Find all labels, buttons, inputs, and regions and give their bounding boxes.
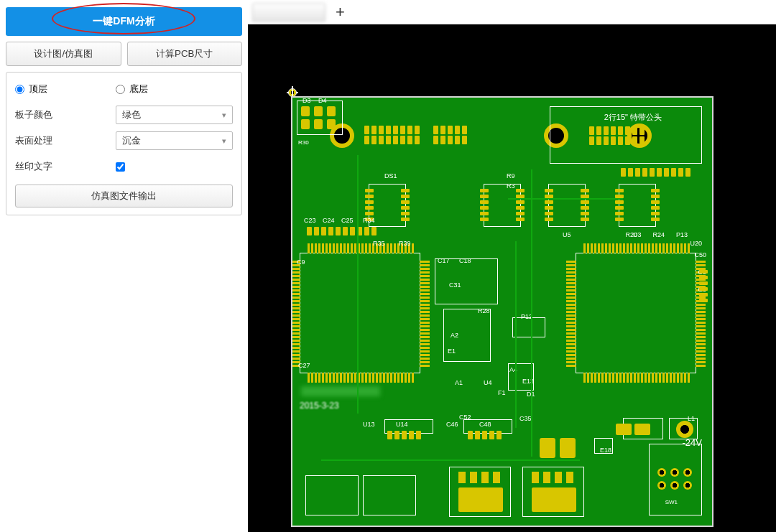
dfm-analyze-button[interactable]: 一键DFM分析 bbox=[6, 7, 242, 36]
through-hole bbox=[657, 481, 666, 490]
pad bbox=[616, 424, 632, 435]
pad-array bbox=[583, 243, 690, 253]
pad bbox=[327, 106, 336, 116]
silk-r34: R34 bbox=[363, 217, 375, 224]
silk-c24: C24 bbox=[323, 217, 335, 224]
pad-array bbox=[651, 189, 660, 221]
silk-ds1: DS1 bbox=[384, 172, 397, 179]
pad-array bbox=[433, 136, 467, 144]
surface-finish-row: 表面处理 沉金 bbox=[15, 131, 233, 150]
connector-silk-label: 2行15" 特带公头 bbox=[604, 112, 662, 123]
silk-u13: U13 bbox=[363, 421, 375, 428]
pad bbox=[301, 119, 310, 129]
layer-top-radio[interactable]: 顶层 bbox=[15, 83, 116, 95]
silk-r35: R35 bbox=[373, 240, 385, 247]
pcb-canvas[interactable]: 2行15" 特带公头 bbox=[248, 24, 776, 532]
silkscreen-label: 丝印文字 bbox=[15, 160, 116, 173]
pad bbox=[301, 106, 310, 116]
silk-outline bbox=[512, 317, 545, 337]
design-sim-toggle-button[interactable]: 设计图/仿真图 bbox=[6, 42, 121, 66]
board-color-value: 绿色 bbox=[122, 108, 141, 121]
silk-outline bbox=[594, 438, 613, 454]
pad-array bbox=[615, 189, 624, 221]
silk-outline bbox=[363, 475, 416, 515]
pad-array bbox=[468, 431, 502, 439]
silk-c25: C25 bbox=[341, 217, 354, 224]
export-sim-button[interactable]: 仿真图文件输出 bbox=[15, 185, 233, 207]
pad-array bbox=[480, 189, 489, 221]
calc-pcb-size-button[interactable]: 计算PCB尺寸 bbox=[127, 42, 243, 66]
dpak bbox=[449, 467, 511, 517]
silk-c50: C50 bbox=[694, 251, 706, 258]
document-tab[interactable] bbox=[252, 3, 325, 22]
layer-top-label: 顶层 bbox=[29, 83, 47, 95]
layer-radio-row: 顶层 底层 bbox=[15, 80, 233, 98]
silk-voltage: -24V bbox=[683, 437, 702, 448]
trace bbox=[357, 155, 359, 414]
pad-array bbox=[589, 136, 645, 145]
surface-finish-label: 表面处理 bbox=[15, 134, 116, 147]
layer-bottom-input[interactable] bbox=[116, 85, 125, 94]
silk-a1: A1 bbox=[455, 379, 463, 386]
board-color-select[interactable]: 绿色 bbox=[116, 106, 233, 124]
ic-so8 bbox=[484, 184, 521, 227]
layer-bottom-label: 底层 bbox=[129, 83, 148, 95]
pad-array bbox=[433, 126, 467, 134]
ecap bbox=[560, 438, 576, 458]
ecap bbox=[540, 438, 555, 458]
dfm-analyze-label: 一键DFM分析 bbox=[93, 15, 154, 27]
board-color-row: 板子颜色 绿色 bbox=[15, 106, 233, 124]
pad-array bbox=[308, 243, 414, 253]
pad-array bbox=[583, 373, 690, 383]
through-hole bbox=[657, 468, 666, 477]
pad-array bbox=[291, 261, 300, 367]
ic-so8 bbox=[548, 184, 586, 227]
obscured-silk bbox=[301, 386, 380, 396]
trace bbox=[531, 169, 532, 457]
silk-r9: R9 bbox=[507, 172, 515, 179]
silk-c46: C46 bbox=[446, 421, 458, 428]
trace bbox=[321, 459, 580, 461]
silk-c35: C35 bbox=[519, 415, 532, 422]
through-hole bbox=[670, 468, 679, 477]
pad-array bbox=[699, 270, 708, 302]
pad bbox=[314, 119, 323, 129]
silkscreen-checkbox[interactable] bbox=[116, 162, 125, 172]
silk-outline bbox=[305, 475, 359, 515]
silk-r30: R30 bbox=[298, 139, 309, 146]
pad-array bbox=[545, 189, 553, 221]
silk-p13: P13 bbox=[676, 231, 688, 238]
tab-bar: + bbox=[248, 0, 776, 24]
layer-bottom-radio[interactable]: 底层 bbox=[116, 83, 216, 95]
silk-r20: R20 bbox=[625, 231, 637, 238]
main-area: + 2行15" 特带公头 bbox=[248, 0, 776, 532]
pcb-date-silk: 2015-3-23 bbox=[300, 401, 339, 411]
silk-outline bbox=[435, 258, 498, 304]
surface-finish-select[interactable]: 沉金 bbox=[116, 131, 233, 150]
pad-array bbox=[420, 261, 430, 367]
dpak bbox=[522, 467, 584, 517]
pad-array bbox=[589, 126, 645, 135]
through-hole bbox=[670, 481, 679, 490]
ic-qfp bbox=[576, 253, 696, 373]
silk-u5: U5 bbox=[563, 231, 571, 238]
silk-r39: R39 bbox=[399, 240, 411, 247]
layer-top-input[interactable] bbox=[15, 85, 24, 94]
through-hole bbox=[683, 468, 692, 477]
through-hole bbox=[676, 421, 693, 438]
silk-outline bbox=[508, 363, 534, 391]
add-tab-button[interactable]: + bbox=[328, 3, 352, 22]
pad-array bbox=[308, 373, 414, 383]
silk-r24: R24 bbox=[652, 231, 665, 238]
trace bbox=[508, 198, 623, 200]
silk-c27: C27 bbox=[298, 362, 310, 369]
through-hole bbox=[683, 481, 692, 490]
pad bbox=[314, 106, 323, 116]
sidebar: 一键DFM分析 设计图/仿真图 计算PCB尺寸 顶层 底层 板子颜色 绿色 表面… bbox=[0, 0, 248, 532]
silk-d3: D3 bbox=[302, 97, 311, 104]
silk-c23: C23 bbox=[304, 217, 316, 224]
pad-array bbox=[621, 168, 690, 177]
ic-qfp bbox=[300, 253, 420, 373]
pad-array bbox=[387, 431, 421, 439]
trace bbox=[515, 241, 517, 428]
